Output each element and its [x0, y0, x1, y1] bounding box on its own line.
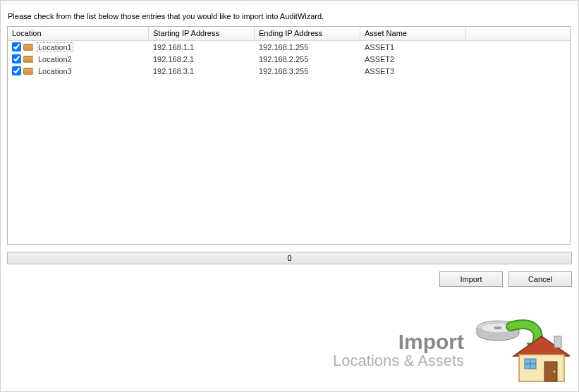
cell-asset-name: ASSET1	[360, 43, 466, 51]
cell-location: Location2	[8, 54, 149, 64]
row-checkbox[interactable]	[12, 42, 21, 51]
cell-location: Location3	[8, 66, 149, 76]
cell-starting-ip: 192.168.3.1	[149, 67, 255, 75]
folder-icon	[23, 42, 35, 52]
cell-ending-ip: 192.168.1.255	[255, 43, 360, 51]
location-label: Location2	[37, 54, 73, 64]
folder-icon	[23, 66, 35, 76]
location-label: Location1	[37, 42, 73, 52]
row-checkbox[interactable]	[12, 66, 21, 75]
column-header-ending-ip[interactable]: Ending IP Address	[255, 27, 360, 40]
location-label: Location3	[37, 66, 73, 76]
import-button[interactable]: Import	[439, 271, 503, 287]
button-bar: Import Cancel	[7, 271, 572, 287]
cell-asset-name: ASSET2	[360, 55, 466, 63]
column-header-starting-ip[interactable]: Starting IP Address	[149, 27, 255, 40]
cell-ending-ip: 192.168.2.255	[255, 55, 360, 63]
import-listview[interactable]: Location Starting IP Address Ending IP A…	[7, 26, 571, 245]
progress-value: 0	[287, 254, 291, 262]
cancel-button[interactable]: Cancel	[508, 271, 572, 287]
import-house-icon	[471, 315, 570, 386]
column-header-asset-name[interactable]: Asset Name	[360, 27, 466, 40]
import-dialog: Please check from the list below those e…	[0, 0, 579, 392]
column-header-spacer	[466, 27, 570, 40]
column-header-location[interactable]: Location	[8, 27, 149, 40]
table-row[interactable]: Location1192.168.1.1192.168.1.255ASSET1	[8, 41, 570, 53]
cell-starting-ip: 192.168.1.1	[149, 43, 255, 51]
row-checkbox[interactable]	[12, 54, 21, 63]
footer-title: Import	[333, 331, 464, 353]
column-headers: Location Starting IP Address Ending IP A…	[8, 27, 570, 41]
progress-bar: 0	[7, 252, 572, 264]
footer-subtitle: Locations & Assets	[333, 353, 464, 369]
cell-location: Location1	[8, 42, 149, 52]
cell-ending-ip: 192.168.3.255	[255, 67, 360, 75]
table-row[interactable]: Location3192.168.3.1192.168.3.255ASSET3	[8, 65, 570, 77]
cell-asset-name: ASSET3	[360, 67, 466, 75]
svg-rect-5	[554, 336, 561, 348]
footer-art: Import Locations & Assets	[333, 315, 570, 386]
cell-starting-ip: 192.168.2.1	[149, 55, 255, 63]
instruction-text: Please check from the list below those e…	[1, 1, 578, 26]
svg-point-11	[554, 371, 556, 373]
svg-point-2	[494, 326, 502, 329]
folder-icon	[23, 54, 35, 64]
table-row[interactable]: Location2192.168.2.1192.168.2.255ASSET2	[8, 53, 570, 65]
